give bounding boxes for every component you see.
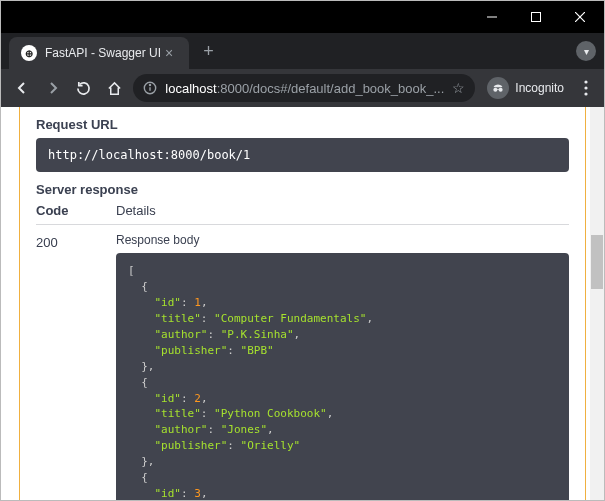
details-column-header: Details — [116, 203, 156, 218]
forward-button[interactable] — [40, 74, 65, 102]
response-row: 200 Response body [ { "id": 1, "title": … — [36, 233, 569, 501]
incognito-label: Incognito — [515, 81, 564, 95]
new-tab-button[interactable]: + — [189, 41, 228, 62]
window-minimize-button[interactable] — [470, 2, 514, 32]
swagger-operation-panel: Request URL http://localhost:8000/book/1… — [19, 107, 586, 501]
browser-menu-button[interactable] — [576, 80, 596, 96]
request-url-label: Request URL — [36, 117, 569, 132]
svg-point-12 — [584, 92, 587, 95]
scrollbar-thumb[interactable] — [591, 235, 603, 289]
reload-button[interactable] — [71, 74, 96, 102]
window-maximize-button[interactable] — [514, 2, 558, 32]
scrollbar-track[interactable] — [590, 107, 604, 501]
home-button[interactable] — [102, 74, 127, 102]
bookmark-icon[interactable]: ☆ — [452, 80, 465, 96]
svg-point-6 — [150, 84, 151, 85]
svg-point-7 — [494, 88, 498, 92]
response-body-box: [ { "id": 1, "title": "Computer Fundamen… — [116, 253, 569, 501]
browser-tab[interactable]: ⊕ FastAPI - Swagger UI × — [9, 37, 189, 69]
window-close-button[interactable] — [558, 2, 602, 32]
site-info-icon[interactable] — [143, 81, 157, 95]
svg-point-11 — [584, 86, 587, 89]
browser-tab-bar: ⊕ FastAPI - Swagger UI × + ▾ — [1, 33, 604, 69]
tab-title: FastAPI - Swagger UI — [45, 46, 161, 60]
tab-close-button[interactable]: × — [161, 45, 177, 61]
tab-search-button[interactable]: ▾ — [576, 41, 596, 61]
page-content: Request URL http://localhost:8000/book/1… — [1, 107, 604, 501]
browser-nav-bar: localhost:8000/docs#/default/add_book_bo… — [1, 69, 604, 107]
response-details: Response body [ { "id": 1, "title": "Com… — [116, 233, 569, 501]
svg-rect-1 — [532, 13, 541, 22]
tab-favicon: ⊕ — [21, 45, 37, 61]
incognito-icon — [487, 77, 509, 99]
address-bar[interactable]: localhost:8000/docs#/default/add_book_bo… — [133, 74, 475, 102]
status-code: 200 — [36, 233, 116, 501]
server-response-label: Server response — [36, 182, 569, 197]
back-button[interactable] — [9, 74, 34, 102]
response-table-header: Code Details — [36, 203, 569, 225]
incognito-indicator[interactable]: Incognito — [481, 77, 570, 99]
address-url: localhost:8000/docs#/default/add_book_bo… — [165, 81, 444, 96]
response-body-content: [ { "id": 1, "title": "Computer Fundamen… — [128, 263, 557, 501]
svg-point-10 — [584, 80, 587, 83]
response-body-label: Response body — [116, 233, 569, 247]
window-title-bar — [1, 1, 604, 33]
code-column-header: Code — [36, 203, 116, 218]
request-url-box: http://localhost:8000/book/1 — [36, 138, 569, 172]
svg-point-8 — [499, 88, 503, 92]
svg-rect-9 — [497, 89, 499, 90]
